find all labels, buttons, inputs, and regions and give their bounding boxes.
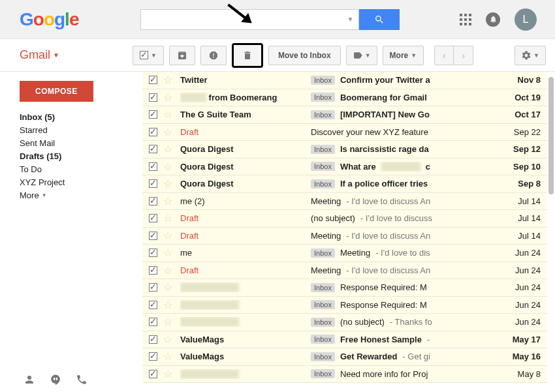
search-options-dropdown-icon[interactable]: ▼	[347, 16, 354, 23]
star-icon[interactable]: ☆	[163, 91, 172, 104]
row-checkbox[interactable]	[149, 370, 157, 378]
row-checkbox[interactable]	[149, 145, 157, 153]
row-checkbox[interactable]	[149, 352, 157, 361]
person-icon[interactable]	[24, 374, 35, 385]
row-checkbox[interactable]	[149, 128, 157, 136]
sidebar-item[interactable]: Inbox (5)	[20, 112, 131, 122]
star-icon[interactable]: ☆	[163, 212, 172, 224]
sidebar-more[interactable]: More▼	[20, 190, 131, 200]
row-checkbox[interactable]	[149, 301, 157, 309]
row-checkbox[interactable]	[149, 179, 157, 188]
google-logo[interactable]: Google	[20, 9, 78, 30]
mail-row[interactable]: ☆DraftMeeting - I'd love to discuss AnJu…	[142, 262, 547, 280]
scrollbar-thumb[interactable]	[548, 77, 554, 194]
row-checkbox[interactable]	[149, 318, 157, 326]
phone-icon[interactable]	[76, 374, 87, 385]
mail-row[interactable]: ☆xxxxInboxResponse Required: MJun 24	[142, 279, 547, 297]
select-all-button[interactable]: ▼	[133, 46, 164, 65]
mail-row[interactable]: ☆xxxxInboxNeed more info for ProjMay 8	[142, 366, 547, 384]
mail-row[interactable]: ☆ValueMagsInboxGet Rewarded - Get giMay …	[142, 348, 547, 366]
mail-row[interactable]: ☆TwitterInboxConfirm your Twitter aNov 8	[142, 72, 547, 89]
mail-row[interactable]: ☆me (2)Meeting - I'd love to discuss AnJ…	[142, 193, 547, 211]
avatar[interactable]: L	[515, 8, 537, 31]
subject-cell: InboxNeed more info for Proj	[311, 369, 501, 379]
row-checkbox[interactable]	[149, 214, 157, 222]
mail-row[interactable]: ☆DraftMeeting - I'd love to discuss AnJu…	[142, 228, 547, 245]
snippet: - Thanks fo	[390, 317, 432, 327]
sidebar-item[interactable]: Drafts (15)	[20, 151, 131, 161]
mail-row[interactable]: ☆DraftDiscover your new XYZ featureSep 2…	[142, 124, 547, 142]
sidebar-item[interactable]: XYZ Project	[20, 177, 131, 187]
gmail-label: Gmail	[20, 48, 50, 62]
settings-button[interactable]: ▼	[515, 46, 546, 65]
inbox-tag: Inbox	[311, 352, 335, 361]
star-icon[interactable]: ☆	[163, 333, 172, 346]
inbox-tag: Inbox	[311, 335, 335, 344]
mail-row[interactable]: ☆xxxxInbox(no subject) - Thanks foJun 24	[142, 314, 547, 331]
mail-row[interactable]: ☆xxxxInboxResponse Required: MJun 24	[142, 297, 547, 314]
sender: xxxx	[180, 300, 311, 310]
search-button[interactable]	[359, 9, 400, 30]
date: Jul 14	[501, 231, 541, 241]
star-icon[interactable]: ☆	[163, 126, 172, 138]
row-checkbox[interactable]	[149, 232, 157, 240]
row-checkbox[interactable]	[149, 162, 157, 171]
report-spam-button[interactable]	[200, 46, 227, 65]
row-checkbox[interactable]	[149, 110, 157, 119]
sender: Draft	[180, 127, 311, 137]
star-icon[interactable]: ☆	[163, 247, 172, 259]
delete-button[interactable]	[234, 45, 261, 66]
star-icon[interactable]: ☆	[163, 74, 172, 86]
subject-cell: Inbox(no subject) - Thanks fo	[311, 317, 501, 327]
row-checkbox[interactable]	[149, 283, 157, 292]
row-checkbox[interactable]	[149, 335, 157, 344]
star-icon[interactable]: ☆	[163, 230, 172, 242]
move-to-inbox-button[interactable]: Move to Inbox	[268, 46, 341, 65]
gmail-dropdown[interactable]: Gmail ▼	[20, 48, 59, 62]
subject: Response Required: M	[340, 282, 427, 292]
chevron-down-icon: ▼	[42, 192, 47, 198]
mail-row[interactable]: ☆Quora DigestInboxWhat arexxxx cSep 10	[142, 158, 547, 176]
compose-button[interactable]: COMPOSE	[20, 81, 93, 102]
star-icon[interactable]: ☆	[163, 143, 172, 155]
more-button[interactable]: More ▼	[383, 46, 424, 65]
next-page-button[interactable]: ›	[454, 46, 473, 65]
sidebar-item[interactable]: Starred	[20, 125, 131, 135]
notifications-button[interactable]	[486, 12, 500, 27]
subject: Get Rewarded	[340, 352, 397, 361]
mail-row[interactable]: ☆meInboxMeeting - I'd love to disJun 24	[142, 245, 547, 262]
search-input[interactable]: ▼	[140, 9, 359, 30]
star-icon[interactable]: ☆	[163, 299, 172, 311]
star-icon[interactable]: ☆	[163, 195, 172, 207]
star-icon[interactable]: ☆	[163, 264, 172, 277]
archive-button[interactable]	[169, 46, 195, 65]
mail-row[interactable]: ☆Quora DigestInboxIf a police officer tr…	[142, 175, 547, 193]
mail-row[interactable]: ☆xxxx from BoomerangInboxBoomerang for G…	[142, 89, 547, 107]
row-checkbox[interactable]	[149, 93, 157, 102]
star-icon[interactable]: ☆	[163, 160, 172, 173]
star-icon[interactable]: ☆	[163, 108, 172, 121]
mail-list: ☆TwitterInboxConfirm your Twitter aNov 8…	[142, 72, 547, 392]
mail-row[interactable]: ☆Draft(no subject) - I'd love to discuss…	[142, 210, 547, 228]
row-checkbox[interactable]	[149, 76, 157, 84]
sidebar-item[interactable]: To Do	[20, 164, 131, 174]
apps-icon[interactable]	[460, 14, 471, 25]
star-icon[interactable]: ☆	[163, 368, 172, 380]
search-wrap: ▼	[140, 9, 400, 30]
sidebar-item[interactable]: Sent Mail	[20, 138, 131, 148]
chevron-down-icon: ▼	[53, 52, 59, 59]
star-icon[interactable]: ☆	[163, 316, 172, 328]
snippet: - Get gi	[402, 352, 430, 361]
star-icon[interactable]: ☆	[163, 281, 172, 294]
row-checkbox[interactable]	[149, 197, 157, 205]
row-checkbox[interactable]	[149, 249, 157, 257]
hangouts-icon[interactable]	[50, 374, 61, 385]
prev-page-button[interactable]: ‹	[434, 46, 454, 65]
row-checkbox[interactable]	[149, 266, 157, 275]
labels-button[interactable]: ▼	[346, 46, 377, 65]
mail-row[interactable]: ☆Quora DigestInboxIs narcissistic rage d…	[142, 141, 547, 158]
star-icon[interactable]: ☆	[163, 177, 172, 190]
mail-row[interactable]: ☆ValueMagsInboxFree Honest Sample -May 1…	[142, 331, 547, 349]
star-icon[interactable]: ☆	[163, 350, 172, 363]
mail-row[interactable]: ☆The G Suite TeamInbox[IMPORTANT] New Go…	[142, 106, 547, 124]
